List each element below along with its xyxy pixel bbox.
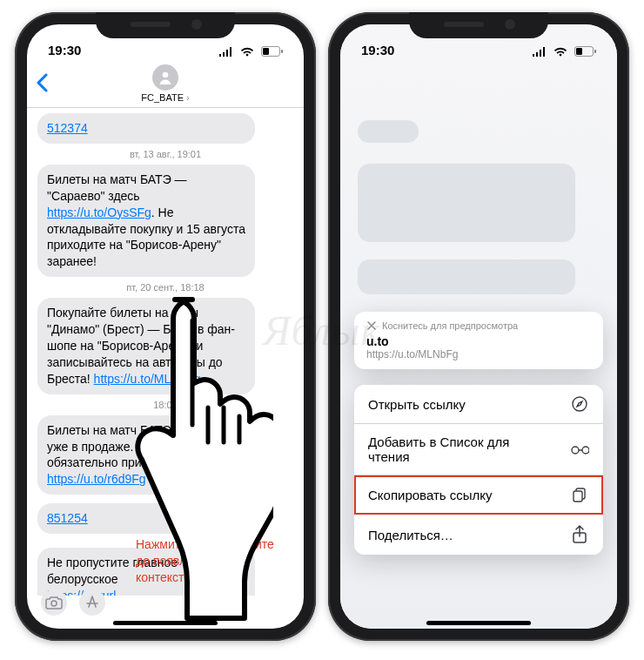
message-bubble[interactable]: 512374: [37, 113, 255, 144]
back-button[interactable]: [36, 73, 48, 95]
appstore-icon: [84, 594, 101, 611]
wifi-icon: [553, 47, 567, 57]
svg-rect-2: [281, 50, 283, 53]
notch: [409, 12, 548, 38]
home-indicator[interactable]: [426, 621, 531, 625]
preview-hint: Коснитесь для предпросмотра: [366, 320, 591, 331]
svg-point-3: [163, 71, 169, 77]
svg-rect-7: [594, 50, 596, 53]
context-menu: Открыть ссылку Добавить в Список для чте…: [354, 385, 603, 555]
menu-label: Добавить в Список для чтения: [368, 434, 542, 464]
message-link[interactable]: https://u.to/MLNbFg: [94, 372, 201, 386]
message-text: Билеты на матч БАТЭ — "Гомель" уже в про…: [47, 423, 239, 470]
message-text: Билеты на матч БАТЭ — "Сараево" здесь: [47, 172, 187, 203]
copy-icon: [570, 486, 589, 503]
apps-button[interactable]: [79, 589, 105, 616]
instruction-callout: Нажмите и удерживайте до появления конте…: [136, 536, 289, 586]
chevron-left-icon: [36, 73, 48, 92]
svg-point-4: [51, 601, 57, 606]
avatar: [152, 64, 178, 91]
screen-context-menu: 19:30 Коснитесь для предпросмотра u.to h…: [340, 24, 617, 629]
message-link[interactable]: https://u.to/r6d9Fg: [47, 472, 146, 486]
contact-header[interactable]: FC_BATE: [141, 64, 189, 103]
menu-copy-link[interactable]: Скопировать ссылку: [354, 475, 603, 515]
battery-icon: [261, 46, 283, 57]
svg-point-9: [572, 447, 579, 454]
home-indicator[interactable]: [113, 621, 218, 625]
preview-url: https://u.to/MLNbFg: [366, 348, 591, 360]
svg-rect-6: [576, 48, 582, 55]
preview-hint-text: Коснитесь для предпросмотра: [382, 320, 518, 331]
nav-bar: FC_BATE: [27, 59, 304, 108]
messages-list[interactable]: 512374 вт, 13 авг., 19:01 Билеты на матч…: [27, 108, 304, 596]
timestamp: пт, 20 сент., 18:18: [37, 282, 293, 293]
close-icon[interactable]: [366, 320, 377, 331]
phone-right: 19:30 Коснитесь для предпросмотра u.to h…: [328, 12, 629, 641]
message-link[interactable]: 512374: [47, 121, 88, 135]
share-icon: [570, 525, 589, 544]
status-time: 19:30: [361, 43, 394, 57]
compass-icon: [570, 395, 589, 413]
timestamp: вт, 13 авг., 19:01: [37, 149, 293, 159]
timestamp: 18:01: [37, 400, 293, 410]
glasses-icon: [570, 443, 589, 455]
message-link[interactable]: 851254: [47, 511, 88, 525]
message-link[interactable]: https://u.to/OysSFg: [47, 205, 151, 219]
svg-rect-1: [263, 48, 269, 55]
link-preview-card[interactable]: Коснитесь для предпросмотра u.to https:/…: [354, 312, 603, 369]
wifi-icon: [240, 47, 254, 57]
menu-label: Скопировать ссылку: [368, 488, 493, 502]
status-icons: [528, 43, 596, 57]
camera-icon: [45, 596, 63, 609]
status-icons: [215, 43, 283, 57]
svg-point-10: [582, 447, 589, 454]
camera-button[interactable]: [41, 589, 67, 616]
notch: [96, 12, 235, 38]
menu-label: Поделиться…: [368, 528, 453, 542]
cellular-icon: [532, 47, 547, 57]
message-bubble[interactable]: Покупайте билеты на матч "Динамо" (Брест…: [37, 298, 255, 394]
svg-rect-12: [574, 491, 582, 502]
menu-label: Открыть ссылку: [368, 397, 466, 412]
contact-name: FC_BATE: [141, 92, 189, 103]
message-bubble[interactable]: Билеты на матч БАТЭ — "Гомель" уже в про…: [37, 415, 255, 495]
status-time: 19:30: [48, 43, 81, 57]
menu-share[interactable]: Поделиться…: [354, 515, 603, 555]
svg-point-8: [573, 397, 587, 411]
message-bubble[interactable]: Билеты на матч БАТЭ — "Сараево" здесь ht…: [37, 165, 255, 277]
menu-open-link[interactable]: Открыть ссылку: [354, 385, 603, 424]
menu-add-reading-list[interactable]: Добавить в Список для чтения: [354, 424, 603, 475]
battery-icon: [574, 46, 596, 57]
message-bubble[interactable]: 851254: [37, 503, 255, 534]
person-icon: [158, 70, 173, 85]
preview-title: u.to: [366, 334, 591, 348]
compose-bar: [27, 585, 304, 620]
cellular-icon: [218, 47, 233, 57]
